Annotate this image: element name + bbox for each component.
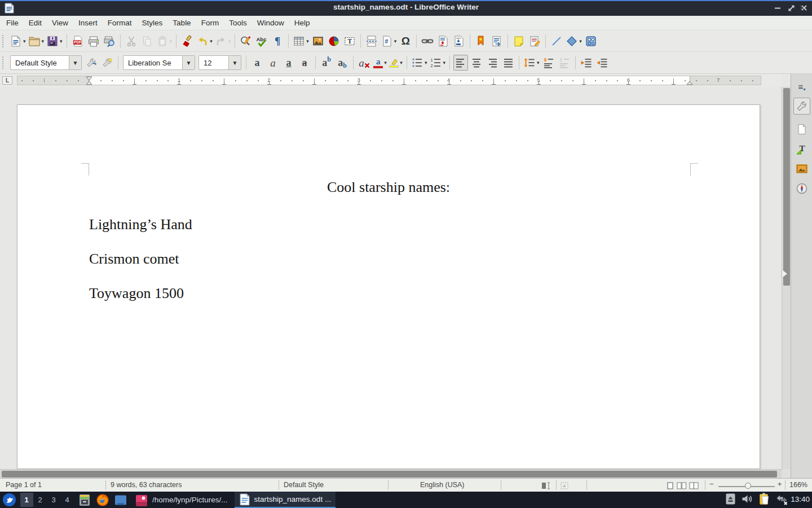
font-name-combobox[interactable]: Liberation Se▼ [123, 55, 195, 70]
restore-button[interactable] [786, 3, 796, 12]
open-dropdown-arrow[interactable]: ▾ [42, 38, 45, 44]
menu-window[interactable]: Window [252, 16, 289, 29]
draw-functions-button[interactable] [584, 33, 598, 49]
toolbar-grip[interactable] [2, 35, 6, 47]
export-pdf-button[interactable]: PDF [70, 33, 85, 49]
vertical-scrollbar-thumb[interactable] [783, 88, 790, 286]
sidebar-tab-navigator[interactable] [793, 180, 810, 197]
sidebar-tab-properties[interactable] [793, 98, 810, 115]
numbered-list-button[interactable]: 12▾ [429, 55, 447, 71]
new-style-button[interactable] [100, 55, 114, 71]
zoom-level-status[interactable]: 166% [789, 481, 807, 489]
workspace-3[interactable]: 3 [47, 493, 60, 507]
style-dropdown-arrow[interactable]: ▼ [69, 56, 81, 69]
strikethrough-button[interactable]: a [297, 55, 312, 71]
single-page-view-icon[interactable] [667, 482, 673, 491]
clipboard-manager-icon[interactable] [758, 492, 770, 508]
clock[interactable]: 13:40 [791, 495, 810, 503]
increase-paragraph-spacing-button[interactable] [541, 55, 556, 71]
paragraph-style-combobox[interactable]: Default Style▼ [10, 55, 82, 70]
volume-icon[interactable] [741, 493, 753, 507]
document-heading[interactable]: Cool starship names: [17, 179, 760, 196]
insert-page-break-button[interactable] [364, 33, 379, 49]
insert-text-box-button[interactable]: T [342, 33, 357, 49]
document-paragraph[interactable]: Toywagon 1500 [89, 285, 184, 302]
word-count-status[interactable]: 9 words, 63 characters [111, 481, 182, 489]
insert-comment-button[interactable] [511, 33, 526, 49]
open-button[interactable]: ▾ [28, 33, 45, 49]
increase-indent-button[interactable] [579, 55, 594, 71]
toolbar-grip[interactable] [2, 56, 6, 69]
terminal-launcher[interactable] [113, 493, 128, 507]
insert-field-button[interactable]: #▾ [380, 33, 398, 49]
new-dropdown-arrow[interactable]: ▾ [23, 38, 26, 44]
decrease-indent-button[interactable] [595, 55, 610, 71]
update-style-button[interactable] [84, 55, 99, 71]
horizontal-scrollbar[interactable] [0, 469, 782, 478]
special-character-button[interactable]: Ω [398, 33, 413, 49]
insert-chart-button[interactable] [326, 33, 341, 49]
removable-media-icon[interactable] [725, 493, 736, 507]
workspace-1[interactable]: 1 [20, 493, 33, 507]
align-center-button[interactable] [469, 55, 484, 71]
justify-button[interactable] [501, 55, 515, 71]
menu-file[interactable]: File [1, 16, 24, 29]
undo-dropdown-arrow[interactable]: ▾ [210, 38, 213, 44]
track-changes-button[interactable] [527, 33, 542, 49]
file-manager-launcher[interactable] [77, 493, 92, 507]
subscript-button[interactable]: ab [335, 55, 350, 71]
font-color-dropdown-arrow[interactable]: ▾ [384, 60, 387, 65]
insert-endnote-button[interactable] [452, 33, 466, 49]
minimize-button[interactable] [773, 3, 783, 12]
page-number-status[interactable]: Page 1 of 1 [6, 481, 42, 489]
left-indent-marker[interactable] [86, 76, 92, 85]
underline-button[interactable]: a [281, 55, 296, 71]
document-paragraph[interactable]: Lightning’s Hand [89, 216, 192, 233]
sidebar-hide-handle[interactable] [782, 270, 791, 278]
highlight-dropdown-arrow[interactable]: ▾ [400, 60, 403, 65]
language-status[interactable]: English (USA) [420, 481, 465, 489]
insert-bookmark-button[interactable] [474, 33, 488, 49]
horizontal-ruler[interactable]: 1234567 [17, 76, 761, 85]
zoom-out-button[interactable]: − [709, 480, 713, 488]
menu-format[interactable]: Format [103, 16, 137, 29]
print-preview-button[interactable] [102, 33, 117, 49]
bullets-dropdown-arrow[interactable]: ▾ [425, 60, 427, 65]
undo-button[interactable]: ▾ [196, 33, 213, 49]
save-dropdown-arrow[interactable]: ▾ [60, 38, 63, 44]
insert-hyperlink-button[interactable] [420, 33, 435, 49]
firefox-launcher[interactable] [95, 493, 110, 507]
insert-cross-reference-button[interactable] [489, 33, 504, 49]
save-button[interactable]: ▾ [46, 33, 63, 49]
menu-edit[interactable]: Edit [24, 16, 47, 29]
network-offline-icon[interactable] [775, 493, 788, 507]
clear-formatting-button[interactable]: a [357, 55, 372, 71]
page-style-status[interactable]: Default Style [284, 481, 324, 489]
table-dropdown-arrow[interactable]: ▾ [306, 38, 309, 44]
insert-mode-icon[interactable] [541, 482, 550, 491]
document-page[interactable]: Cool starship names: Lightning’s HandCri… [17, 104, 760, 469]
basic-shapes-button[interactable]: ▾ [565, 33, 582, 49]
size-dropdown-arrow[interactable]: ▼ [228, 56, 241, 69]
workspace-2[interactable]: 2 [34, 493, 47, 507]
sidebar-tab-page[interactable] [793, 121, 810, 138]
numbering-dropdown-arrow[interactable]: ▾ [443, 60, 446, 65]
menu-table[interactable]: Table [167, 16, 196, 29]
italic-button[interactable]: a [266, 55, 280, 71]
line-spacing-dropdown-arrow[interactable]: ▾ [537, 60, 540, 65]
window-titlebar[interactable]: startship_names.odt - LibreOffice Writer [0, 0, 812, 16]
insert-table-button[interactable]: ▾ [292, 33, 310, 49]
sidebar-settings-icon[interactable]: ≡▾ [793, 78, 810, 95]
superscript-button[interactable]: ab [319, 55, 334, 71]
menu-help[interactable]: Help [289, 16, 315, 29]
applications-menu-button[interactable] [2, 493, 16, 507]
menu-styles[interactable]: Styles [137, 16, 168, 29]
new-document-button[interactable]: ▾ [9, 33, 27, 49]
find-replace-button[interactable] [239, 33, 253, 49]
print-button[interactable] [86, 33, 101, 49]
font-dropdown-arrow[interactable]: ▼ [182, 56, 195, 69]
insert-line-button[interactable] [549, 33, 564, 49]
spelling-button[interactable]: Abc [254, 33, 269, 49]
book-view-icon[interactable] [689, 482, 699, 491]
highlight-color-button[interactable]: ▾ [389, 55, 403, 71]
